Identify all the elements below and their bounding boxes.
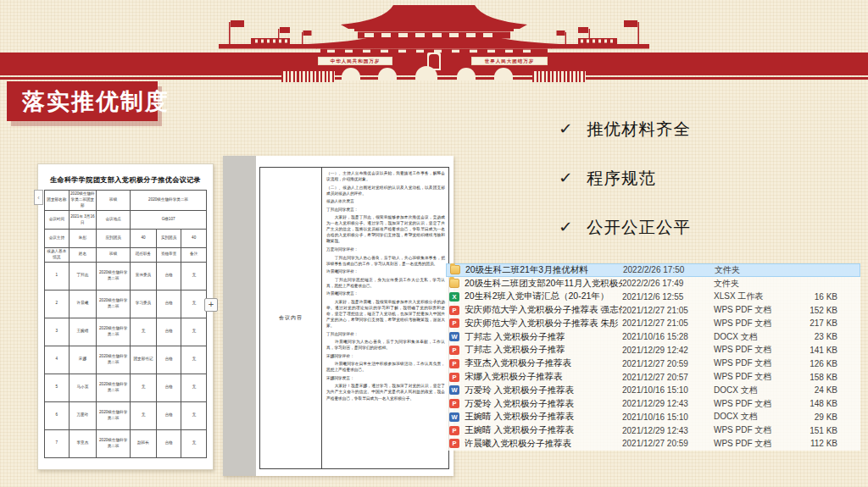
file-row[interactable]: X20生科2班入党申请汇总（20-21年）2021/12/6 12:55XLSX…	[446, 291, 860, 304]
file-name: 20级生科二班团支部20年11月入党积极分子发...	[465, 278, 622, 290]
paragraph: 丁邦志同学评价：	[326, 331, 445, 337]
bridge-railing	[532, 71, 586, 82]
table-cell: 无	[131, 318, 157, 346]
table-cell: 合格	[156, 374, 181, 401]
table-cell: 无	[181, 290, 207, 318]
file-row[interactable]: P许晨曦入党积极分子推荐表2021/12/27 20:59WPS PDF 文档1…	[446, 437, 860, 451]
scroll-handle[interactable]: ‹	[34, 190, 43, 205]
page-title: 落实推优制度	[7, 86, 170, 117]
file-name: 万爱玲 入党积极分子推荐表	[465, 385, 622, 396]
paragraph: （一）、主持人宣布推优会议以开始，简要描述工作事务，解释会议流程，介绍推优对象。	[326, 170, 445, 182]
table-cell: 无	[181, 429, 207, 457]
table-cell: 副班长	[131, 429, 157, 457]
pdf-icon: P	[449, 426, 459, 435]
table-cell: 丁邦志	[69, 262, 96, 290]
gate-right-plaque-text: 世界人民大团结万岁	[485, 58, 535, 64]
file-row[interactable]: W王婉晴 入党积极分子推荐表2021/10/16 15:10DOCX 文档29 …	[446, 410, 860, 423]
table-cell: 资格审查	[156, 248, 181, 263]
table-cell: 万爱玲	[69, 401, 96, 429]
file-row[interactable]: P李亚杰入党积极分子推荐表2021/12/27 20:59WPS PDF 文档1…	[446, 357, 860, 370]
file-date: 2021/12/6 12:55	[622, 292, 714, 302]
file-type: 文件夹	[715, 264, 801, 276]
file-date: 2021/12/27 20:59	[622, 439, 714, 448]
checklist-item-label: 程序规范	[587, 167, 656, 190]
folder-icon	[449, 279, 459, 288]
file-type: WPS PDF 文档	[714, 344, 800, 356]
table-cell: 3	[45, 318, 70, 346]
table-cell: 无	[181, 401, 207, 429]
file-row[interactable]: P王婉晴 入党积极分子推荐表2021/12/29 12:43WPS PDF 文档…	[446, 423, 860, 437]
table-cell: 1	[45, 262, 70, 290]
page-title-banner: 落实推优制度	[7, 81, 158, 121]
file-type: 文件夹	[714, 278, 800, 290]
table-cell: 朱彤	[69, 230, 96, 248]
paragraph: 许晨曦同学为人热心善良，乐于为同学和集体奉献，工作认真，学习刻苦，是同学们的好榜…	[326, 339, 445, 351]
table-cell: 无	[131, 401, 157, 429]
slide: 中华人民共和国万岁 世界人民大团结万岁 落实推优制度 ✓推优材料齐全✓程序规范✓…	[0, 0, 868, 487]
table-cell: 5	[45, 374, 70, 401]
file-row[interactable]: P安庆师范大学入党积极分子推荐表 强志伟2021/12/27 21:05WPS …	[446, 303, 860, 317]
file-date: 2021/12/29 12:43	[622, 399, 714, 408]
table-cell: 2020级生物科学类二班	[97, 318, 131, 346]
docx-icon: W	[449, 385, 459, 395]
file-date: 2022/2/26 17:49	[622, 279, 714, 288]
table-cell: 2021年 3月16日	[69, 211, 96, 230]
file-type: WPS PDF 文档	[714, 438, 800, 450]
file-size: 24 KB	[800, 385, 860, 395]
file-row[interactable]: P安庆师范大学入党积极分子推荐表 朱彤2021/12/27 21:05WPS P…	[446, 317, 860, 330]
bridge-arch	[342, 68, 360, 80]
file-row[interactable]: P宋娜入党积极分子推荐表2021/12/27 20:57WPS PDF 文档15…	[446, 370, 860, 384]
table-cell: 无	[181, 346, 207, 374]
folder-icon	[450, 265, 460, 274]
file-row[interactable]: 20级生科二班团支部20年11月入党积极分子发...2022/2/26 17:4…	[446, 277, 860, 291]
pdf-icon: P	[449, 306, 459, 315]
file-size: 16 KB	[800, 292, 860, 302]
table-cell: 马小英	[69, 374, 96, 401]
file-name: 宋娜入党积极分子推荐表	[465, 371, 622, 383]
table-cell: 2020级生物科学类二班	[97, 429, 131, 457]
table-cell: 合格	[156, 346, 181, 374]
table-cell: 2020级生物科学类二班	[97, 290, 131, 318]
bridge-arch	[378, 68, 397, 80]
file-row[interactable]: W丁邦志 入党积极分子推荐2021/10/16 15:28DOCX 文档23 K…	[446, 330, 860, 344]
check-icon: ✓	[559, 169, 575, 187]
file-type: XLSX 工作表	[714, 291, 800, 302]
file-size: 29 KB	[800, 412, 860, 422]
file-date: 2021/12/27 21:05	[622, 306, 714, 315]
table-cell: 4	[45, 346, 70, 374]
file-name: 万爱玲 入党积极分子推荐表	[465, 398, 622, 410]
table-cell: 7	[45, 429, 70, 457]
paragraph: 许晨曦同学评价：	[326, 268, 445, 274]
pdf-icon: P	[449, 318, 459, 328]
file-row[interactable]: W万爱玲 入党积极分子推荐表2021/10/16 15:10DOCX 文档24 …	[446, 384, 860, 397]
file-size: 158 KB	[800, 373, 860, 382]
pdf-icon: P	[449, 359, 459, 368]
table-cell: 会议地点	[97, 211, 131, 230]
file-name: 安庆师范大学入党积极分子推荐表 朱彤	[465, 318, 622, 329]
paragraph: 许晨曦同学发言：	[326, 291, 445, 296]
table-cell: 40	[181, 230, 207, 248]
table-cell: 2020级生物科学类二班	[131, 191, 207, 211]
file-type: WPS PDF 文档	[714, 371, 800, 383]
meeting-record-table: 团支部名称2020级生物科学类二班团支部班级2020级生物科学类二班会议时间20…	[44, 190, 207, 458]
file-row[interactable]: P丁邦志 入党积极分子推荐2021/12/29 12:42WPS PDF 文档1…	[446, 344, 860, 357]
table-cell: 会议主持	[45, 230, 70, 248]
file-size: 152 KB	[800, 306, 860, 315]
meeting-content-document[interactable]: 会议内容 （一）、主持人宣布推优会议以开始，简要描述工作事务，解释会议流程，介绍…	[223, 156, 453, 476]
table-cell: 学习委员	[131, 290, 157, 318]
file-size: 126 KB	[800, 359, 860, 368]
checklist-item: ✓公开公正公平	[559, 217, 691, 237]
paragraph: 丁邦志同学为人热心善良，乐于助人，关心班级集体事务，把班级事务当成自己的工作，学…	[326, 255, 445, 267]
file-row[interactable]: 20级生科二班21年3月推优材料2022/2/26 17:50文件夹	[446, 263, 860, 277]
file-name: 李亚杰入党积极分子推荐表	[465, 357, 622, 369]
file-row[interactable]: P万爱玲 入党积极分子推荐表2021/12/29 12:43WPS PDF 文档…	[446, 397, 860, 411]
zoom-plus-button[interactable]: +	[204, 298, 218, 312]
checklist: ✓推优材料齐全✓程序规范✓公开公正公平	[559, 119, 691, 266]
file-type: DOCX 文档	[714, 411, 800, 423]
table-cell: 无	[181, 262, 207, 290]
file-name: 丁邦志 入党积极分子推荐	[465, 331, 622, 343]
file-type: WPS PDF 文档	[714, 318, 800, 329]
table-cell: 合格	[156, 318, 181, 346]
meeting-record-document[interactable]: 生命科学学院团支部入党积极分子推优会议记录 团支部名称2020级生物科学类二班团…	[37, 163, 214, 470]
file-type: WPS PDF 文档	[714, 357, 800, 369]
